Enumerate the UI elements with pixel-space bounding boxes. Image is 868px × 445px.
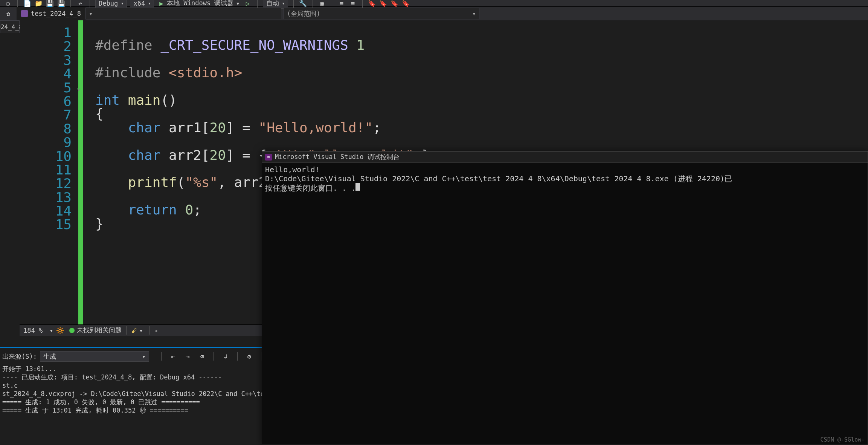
goto-prev-icon[interactable]: ⇤ <box>168 351 179 362</box>
watermark: CSDN @-SGlow- <box>821 436 865 443</box>
bookmark4-icon[interactable]: 🔖 <box>401 0 410 8</box>
goto-next-icon[interactable]: ⇥ <box>182 351 193 362</box>
main-toolbar: ◯ 📄 📁 💾 💾 ↶ Debug▾ x64▾ ▶ 本地 Windows 调试器… <box>0 0 868 7</box>
outdent-icon[interactable]: ≡ <box>348 0 357 8</box>
cursor-icon <box>355 183 360 191</box>
lightbulb-icon[interactable]: 🔆 <box>56 327 64 334</box>
status-ok-icon <box>69 328 75 333</box>
console-title: Microsoft Visual Studio 调试控制台 <box>275 153 400 161</box>
file-tab-label: test_2024_4_8 <box>31 10 81 17</box>
config-combo[interactable]: Debug▾ <box>95 0 127 9</box>
wrap-icon[interactable]: ↲ <box>220 351 231 362</box>
vs-icon: ∞ <box>265 154 272 161</box>
file-type-icon <box>21 10 28 17</box>
play-icon[interactable]: ▶ <box>157 0 166 8</box>
auto-combo[interactable]: 自动▾ <box>263 0 288 9</box>
scope-combo-left[interactable]: ▾ <box>85 8 281 19</box>
change-marker <box>78 20 83 336</box>
file-tab[interactable]: test_2024_4_8 <box>17 7 85 20</box>
nav-back-icon[interactable]: ◯ <box>3 0 12 8</box>
scroll-left-icon[interactable]: ◂ <box>154 327 158 334</box>
output-source-combo[interactable]: 生成▾ <box>40 351 149 362</box>
console-titlebar[interactable]: ∞ Microsoft Visual Studio 调试控制台 <box>262 151 868 163</box>
debug-button[interactable]: 本地 Windows 调试器 <box>167 0 233 8</box>
solution-tree-item[interactable]: 024_4_8 <box>0 20 20 33</box>
indent-icon[interactable]: ≡ <box>337 0 346 8</box>
debug-console-window[interactable]: ∞ Microsoft Visual Studio 调试控制台 Hello,wo… <box>262 151 868 445</box>
zoom-level[interactable]: 184 % <box>23 327 43 334</box>
fold-icon[interactable]: ⌄ <box>76 81 81 94</box>
platform-combo[interactable]: x64▾ <box>130 0 154 9</box>
grid-icon[interactable]: ▦ <box>318 0 327 8</box>
clear-icon[interactable]: ⌫ <box>196 351 207 362</box>
bookmark2-icon[interactable]: 🔖 <box>379 0 388 8</box>
line-gutter: 123 456 789 101112 131415 <box>20 20 78 336</box>
toolbox-icon[interactable]: 🔧 <box>299 0 308 8</box>
bookmark3-icon[interactable]: 🔖 <box>390 0 399 8</box>
nav-row: ✿ test_2024_4_8 ▾ (全局范围)▾ <box>0 7 868 20</box>
brush-icon[interactable]: 🖌 <box>131 327 137 334</box>
scope-combo-right[interactable]: (全局范围)▾ <box>284 8 479 19</box>
bookmark1-icon[interactable]: 🔖 <box>368 0 377 8</box>
wrench-icon[interactable]: ✿ <box>0 10 17 17</box>
run-icon[interactable]: ▷ <box>243 0 252 8</box>
output-source-label: 出来源(S): <box>2 352 37 361</box>
console-body: Hello,world! D:\Code\Gitee\Visual Studio… <box>262 163 868 195</box>
settings-icon[interactable]: ⚙ <box>244 351 255 362</box>
issues-label: 未找到相关问题 <box>77 326 122 335</box>
